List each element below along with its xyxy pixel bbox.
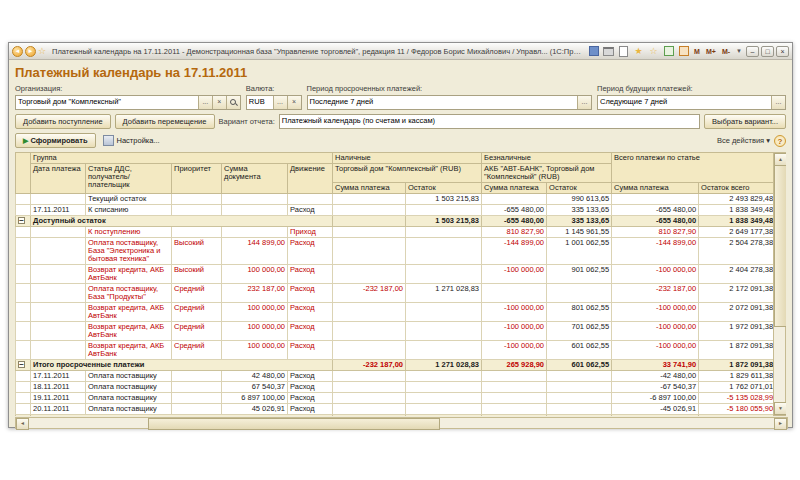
chevron-down-icon[interactable]: ▼: [734, 48, 744, 54]
cell-article[interactable]: Оплата поставщику: [86, 393, 172, 404]
cell-article[interactable]: Оплата поставщику: [86, 404, 172, 415]
cell-money[interactable]: [482, 194, 547, 205]
favorites-icon[interactable]: ☆: [647, 45, 660, 57]
calculator-icon[interactable]: [677, 45, 690, 57]
currency-value[interactable]: RUB: [247, 96, 273, 109]
cell-money[interactable]: [333, 341, 406, 360]
header-date[interactable]: Дата платежа: [31, 164, 86, 194]
cell-money[interactable]: -232 187,00: [333, 360, 406, 371]
cell-money[interactable]: [482, 371, 547, 382]
cell-money[interactable]: 1 001 062,55: [547, 238, 612, 265]
cell-movement[interactable]: Расход: [288, 284, 333, 303]
cell-money[interactable]: 801 062,55: [547, 303, 612, 322]
cell-money[interactable]: [333, 393, 406, 404]
cell-doc-sum[interactable]: 6 897 100,00: [222, 393, 288, 404]
table-row[interactable]: 18.11.2011Оплата поставщику67 540,37Расх…: [16, 382, 776, 393]
cell-money[interactable]: 1 503 215,83: [406, 194, 482, 205]
table-row[interactable]: Текущий остаток1 503 215,83990 613,652 4…: [16, 194, 776, 205]
scroll-left-icon[interactable]: ◄: [16, 418, 29, 430]
cell-article[interactable]: К списанию: [86, 205, 172, 216]
currency-select-button[interactable]: ...: [273, 96, 287, 109]
cell-money[interactable]: [482, 393, 547, 404]
table-row[interactable]: Оплата поставщику, База "Электроника и б…: [16, 238, 776, 265]
cell-money[interactable]: -100 000,00: [612, 265, 699, 284]
save-icon[interactable]: [587, 45, 600, 57]
cell-money[interactable]: [406, 404, 482, 415]
cell-money[interactable]: [333, 216, 406, 227]
cell-money[interactable]: [406, 393, 482, 404]
cell-money[interactable]: [333, 303, 406, 322]
cell-money[interactable]: [547, 404, 612, 415]
cell-money[interactable]: -100 000,00: [612, 341, 699, 360]
cell-money[interactable]: 265 928,90: [482, 360, 547, 371]
settings-button[interactable]: Настройка...: [100, 133, 163, 148]
cell-money[interactable]: -100 000,00: [612, 322, 699, 341]
header-doc-sum[interactable]: Сумма документа: [222, 164, 288, 194]
cell-priority[interactable]: [172, 194, 222, 205]
cell-priority[interactable]: [172, 404, 222, 415]
cell-movement[interactable]: Расход: [288, 393, 333, 404]
cell-priority[interactable]: Высокий: [172, 265, 222, 284]
cell-money[interactable]: 33 741,90: [612, 360, 699, 371]
cell-article[interactable]: К поступлению: [86, 227, 172, 238]
overdue-period-select-button[interactable]: ...: [577, 96, 591, 109]
cell-doc-sum[interactable]: 100 000,00: [222, 265, 288, 284]
cell-article[interactable]: Оплата поставщику: [86, 382, 172, 393]
cell-money[interactable]: 2 172 091,38: [699, 284, 776, 303]
variant-field[interactable]: Платежный календарь (по счетам и кассам): [279, 114, 700, 129]
scroll-right-icon[interactable]: ►: [774, 418, 787, 430]
header-cash-account[interactable]: Торговый дом "Комплексный" (RUB): [333, 164, 482, 183]
close-button[interactable]: ×: [776, 46, 789, 57]
cell-doc-sum[interactable]: 100 000,00: [222, 322, 288, 341]
header-movement[interactable]: Движение: [288, 164, 333, 194]
cell-article[interactable]: Оплата поставщику, База "Продукты": [86, 284, 172, 303]
cell-movement[interactable]: Расход: [288, 341, 333, 360]
cell-money[interactable]: 901 062,55: [547, 265, 612, 284]
cell-money[interactable]: 1 838 349,48: [699, 205, 776, 216]
cell-movement[interactable]: Расход: [288, 371, 333, 382]
cell-movement[interactable]: Расход: [288, 322, 333, 341]
variant-value[interactable]: Платежный календарь (по счетам и кассам): [280, 115, 699, 128]
cell-priority[interactable]: [172, 205, 222, 216]
cell-money[interactable]: 810 827,90: [482, 227, 547, 238]
group-row[interactable]: −Доступный остаток1 503 215,83-655 480,0…: [16, 216, 776, 227]
table-row[interactable]: 17.11.2011Оплата поставщику42 480,00Расх…: [16, 371, 776, 382]
cell-movement[interactable]: Приход: [288, 227, 333, 238]
cell-money[interactable]: -144 899,00: [482, 238, 547, 265]
cell-money[interactable]: -232 187,00: [333, 284, 406, 303]
cell-movement[interactable]: Расход: [288, 265, 333, 284]
cell-doc-sum[interactable]: [222, 227, 288, 238]
horizontal-scrollbar[interactable]: ◄ ►: [15, 417, 788, 429]
cell-money[interactable]: [406, 322, 482, 341]
cell-priority[interactable]: Высокий: [172, 238, 222, 265]
cell-money[interactable]: [333, 371, 406, 382]
cell-money[interactable]: -6 897 100,00: [612, 393, 699, 404]
header-cashless-rest[interactable]: Остаток: [547, 183, 612, 194]
header-cash[interactable]: Наличные: [333, 153, 482, 164]
future-period-select-button[interactable]: ...: [771, 96, 785, 109]
header-article[interactable]: Статья ДДС, получатель/плательщик: [86, 164, 172, 194]
organization-value[interactable]: Торговый дом "Комплексный": [16, 96, 198, 109]
cell-money[interactable]: -42 480,00: [612, 371, 699, 382]
cell-article[interactable]: Оплата поставщику: [86, 371, 172, 382]
cell-movement[interactable]: Расход: [288, 303, 333, 322]
cell-money[interactable]: [406, 227, 482, 238]
cell-money[interactable]: -100 000,00: [482, 265, 547, 284]
memory-mminus-button[interactable]: M-: [720, 48, 732, 55]
cell-doc-sum[interactable]: 45 026,91: [222, 404, 288, 415]
cell-money[interactable]: [333, 415, 406, 417]
header-total[interactable]: Всего платежи по статье: [612, 153, 776, 183]
cell-doc-sum[interactable]: [222, 205, 288, 216]
cell-article[interactable]: Возврат кредита, АКБ АвтБанк: [86, 341, 172, 360]
cell-money[interactable]: 601 062,55: [547, 415, 612, 417]
help-button[interactable]: ?: [774, 135, 786, 147]
cell-money[interactable]: 1 872 091,38: [699, 341, 776, 360]
cell-date[interactable]: [31, 341, 86, 360]
cell-movement[interactable]: Расход: [288, 205, 333, 216]
cell-money[interactable]: 1 271 028,83: [406, 284, 482, 303]
print-preview-icon[interactable]: [617, 45, 630, 57]
group-label[interactable]: Итого отсутствуют заявки на расход ДС: [31, 415, 333, 417]
table-row[interactable]: Возврат кредита, АКБ АвтБанкСредний100 0…: [16, 322, 776, 341]
cell-date[interactable]: [31, 322, 86, 341]
cell-money[interactable]: -100 000,00: [482, 322, 547, 341]
